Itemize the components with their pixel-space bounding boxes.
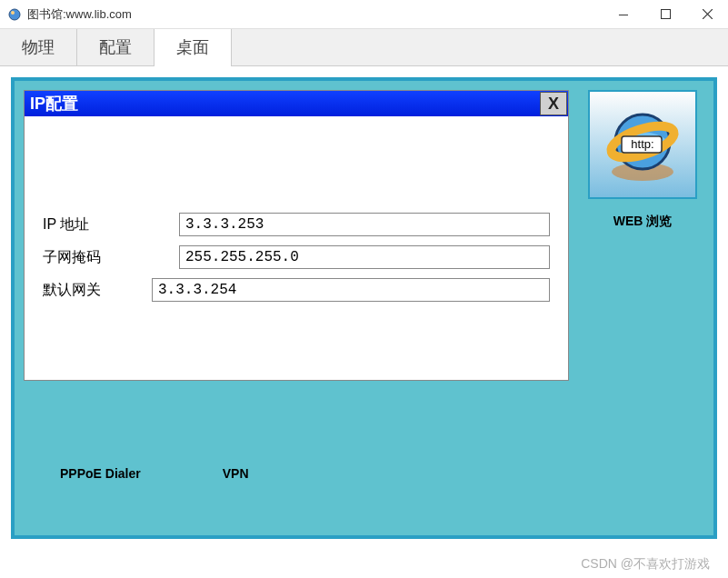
tab-desktop[interactable]: 桌面	[155, 29, 232, 65]
tab-config[interactable]: 配置	[77, 29, 155, 65]
subnet-mask-label: 子网掩码	[43, 248, 179, 267]
ip-dialog-titlebar[interactable]: IP配置 X	[25, 91, 568, 116]
subnet-mask-input[interactable]	[179, 245, 550, 269]
web-browser-label: WEB 浏览	[588, 214, 697, 230]
pppoe-app-label[interactable]: PPPoE Dialer	[60, 466, 141, 481]
background-apps: PPPoE Dialer VPN	[60, 466, 249, 481]
svg-point-1	[11, 11, 15, 15]
watermark: CSDN @不喜欢打游戏	[581, 556, 710, 573]
web-browser-icon-box: http:	[588, 90, 697, 199]
ip-address-label: IP 地址	[43, 215, 179, 234]
svg-rect-2	[661, 10, 670, 19]
tab-physical[interactable]: 物理	[0, 29, 77, 65]
close-button[interactable]	[686, 0, 728, 29]
web-browser-icon: http:	[602, 104, 683, 185]
tab-bar: 物理 配置 桌面	[0, 29, 728, 66]
window-titlebar: 图书馆:www.lib.com ─	[0, 0, 728, 29]
svg-point-0	[9, 9, 20, 20]
vpn-app-label[interactable]: VPN	[223, 466, 249, 481]
desktop-area: PPPoE Dialer VPN IP配置 X IP 地址 子网掩码 默认网关	[11, 77, 717, 539]
web-browser-app[interactable]: http: WEB 浏览	[588, 90, 697, 230]
http-badge: http:	[631, 137, 653, 151]
ip-dialog-close-button[interactable]: X	[540, 92, 567, 115]
window-title: 图书馆:www.lib.com	[27, 6, 603, 23]
ip-dialog-body: IP 地址 子网掩码 默认网关	[25, 116, 568, 380]
default-gateway-input[interactable]	[152, 278, 550, 302]
ip-address-input[interactable]	[179, 213, 550, 236]
window-buttons: ─	[603, 0, 728, 29]
maximize-button[interactable]	[644, 0, 686, 29]
ip-config-dialog: IP配置 X IP 地址 子网掩码 默认网关	[24, 90, 569, 381]
minimize-button[interactable]: ─	[603, 0, 644, 29]
ip-dialog-title: IP配置	[30, 93, 78, 115]
app-icon	[7, 7, 22, 22]
default-gateway-label: 默认网关	[43, 281, 152, 300]
